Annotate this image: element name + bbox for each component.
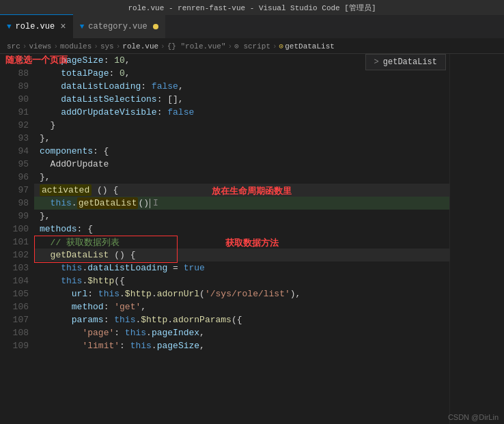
watermark: CSDN @DirLin bbox=[448, 413, 499, 421]
code-line-105: url: this.$http.adornUrl('/sys/role/list… bbox=[34, 287, 449, 300]
code-line-107: params: this.$http.adornParams({ bbox=[34, 313, 449, 326]
line-95: 95 bbox=[0, 158, 29, 171]
info-panel-label: getDataList bbox=[383, 57, 437, 67]
tab-category-label: category.vue bbox=[88, 22, 147, 31]
tab-category-icon: ▼ bbox=[80, 23, 85, 31]
line-97: 97 bbox=[0, 184, 29, 197]
code-line-91: addOrUpdateVisible: false bbox=[34, 106, 449, 119]
line-89: 89 bbox=[0, 80, 29, 93]
code-editor[interactable]: pageSize: 10, totalPage: 0, dataListLoad… bbox=[34, 54, 449, 424]
line-87: 87 bbox=[0, 54, 29, 67]
tabbar: ▼ role.vue × ▼ category.vue bbox=[0, 15, 504, 39]
tab-category-modified-dot bbox=[153, 24, 158, 29]
breadcrumb-modules: modules bbox=[60, 42, 92, 51]
line-109: 109 bbox=[0, 339, 29, 352]
line-94: 94 bbox=[0, 145, 29, 158]
tab-role[interactable]: ▼ role.vue × bbox=[0, 14, 73, 38]
code-line-90: dataListSelections: [], bbox=[34, 93, 449, 106]
tab-role-close[interactable]: × bbox=[60, 21, 66, 32]
line-103: 103 bbox=[0, 262, 29, 274]
line-93: 93 bbox=[0, 132, 29, 145]
breadcrumb-obj: {} "role.vue" bbox=[167, 42, 226, 51]
line-92: 92 bbox=[0, 119, 29, 132]
line-96: 96 bbox=[0, 171, 29, 184]
code-line-104: this.$http({ bbox=[34, 274, 449, 287]
code-line-99: }, bbox=[34, 210, 449, 223]
code-line-109: 'limit': this.pageSize, bbox=[34, 339, 449, 352]
code-line-97: activated () { bbox=[34, 184, 449, 197]
titlebar-text: role.vue - renren-fast-vue - Visual Stud… bbox=[128, 3, 376, 13]
breadcrumb-file: role.vue bbox=[122, 42, 158, 51]
code-line-101: // 获取数据列表 bbox=[34, 236, 449, 249]
code-line-102: getDataList () { bbox=[34, 249, 449, 262]
line-101: 101 bbox=[0, 236, 29, 249]
line-88: 88 bbox=[0, 67, 29, 80]
line-107: 107 bbox=[0, 313, 29, 326]
line-102: 102 bbox=[0, 249, 29, 262]
breadcrumb-views: views bbox=[29, 42, 51, 51]
info-panel: > getDataList bbox=[365, 54, 446, 70]
line-99: 99 bbox=[0, 210, 29, 223]
code-line-108: 'page': this.pageIndex, bbox=[34, 326, 449, 339]
code-line-98: this.getDataList()I bbox=[34, 197, 449, 210]
breadcrumb: src › views › modules › sys › role.vue ›… bbox=[0, 39, 504, 54]
line-91: 91 bbox=[0, 106, 29, 119]
minimap bbox=[449, 54, 504, 424]
line-98: 98 bbox=[0, 197, 29, 210]
code-line-92: } bbox=[34, 119, 449, 132]
info-panel-arrow: > bbox=[374, 57, 379, 67]
code-line-100: methods: { bbox=[34, 223, 449, 236]
line-90: 90 bbox=[0, 93, 29, 106]
line-108: 108 bbox=[0, 326, 29, 339]
code-line-106: method: 'get', bbox=[34, 300, 449, 313]
line-100: 100 bbox=[0, 223, 29, 236]
line-106: 106 bbox=[0, 300, 29, 313]
tab-category[interactable]: ▼ category.vue bbox=[73, 14, 165, 38]
line-104: 104 bbox=[0, 274, 29, 287]
titlebar: role.vue - renren-fast-vue - Visual Stud… bbox=[0, 0, 504, 15]
breadcrumb-method-icon: ⊙ bbox=[279, 42, 284, 51]
tab-role-label: role.vue bbox=[16, 22, 55, 31]
code-line-89: dataListLoading: false, bbox=[34, 80, 449, 93]
line-numbers: 87 88 89 90 91 92 93 94 95 96 97 98 99 1… bbox=[0, 54, 34, 424]
line-105: 105 bbox=[0, 287, 29, 300]
code-line-93: }, bbox=[34, 132, 449, 145]
tab-role-icon: ▼ bbox=[7, 23, 12, 31]
code-line-103: this.dataListLoading = true bbox=[34, 262, 449, 274]
breadcrumb-method: getDataList bbox=[285, 42, 335, 51]
code-line-94: components: { bbox=[34, 145, 449, 158]
breadcrumb-src: src bbox=[7, 42, 20, 51]
code-line-95: AddOrUpdate bbox=[34, 158, 449, 171]
breadcrumb-script: ⊙ script bbox=[234, 42, 270, 51]
breadcrumb-sys: sys bbox=[100, 42, 114, 51]
editor-container: > getDataList 随意选一个页面 放在生命周期函数里 获取数据方法 8… bbox=[0, 54, 504, 424]
code-line-96: }, bbox=[34, 171, 449, 184]
